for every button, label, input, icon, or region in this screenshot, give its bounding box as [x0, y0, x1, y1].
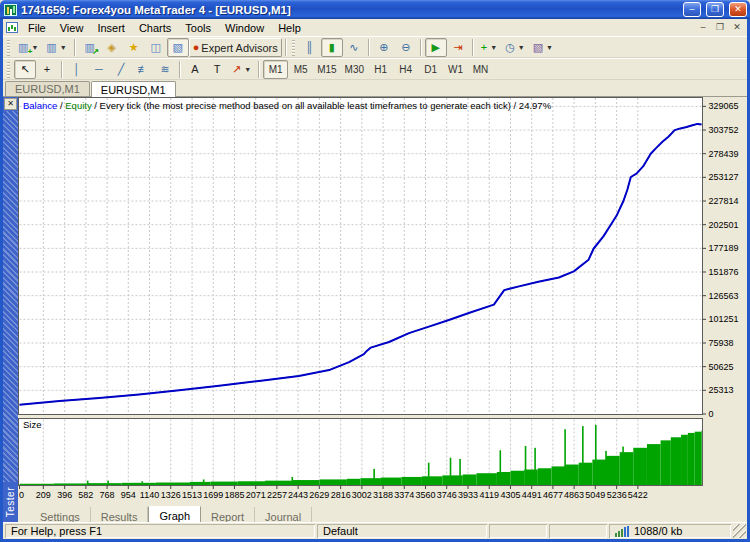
- size-bars: [681, 435, 688, 485]
- navigator-icon: ◈: [107, 42, 115, 53]
- minimize-button[interactable]: –: [683, 2, 701, 17]
- trendline-button[interactable]: ╱: [110, 60, 132, 79]
- crosshair-button[interactable]: +: [36, 60, 58, 79]
- strategy-tester-button[interactable]: ▧: [167, 38, 189, 57]
- new-chart-dropdown-icon[interactable]: ▼: [31, 44, 38, 51]
- new-order-button[interactable]: ★: [123, 38, 145, 57]
- timeframe-W1[interactable]: W1: [443, 60, 468, 79]
- timeframe-H1[interactable]: H1: [368, 60, 393, 79]
- indicators-button[interactable]: +▼: [477, 38, 501, 57]
- auto-scroll-button[interactable]: ▶: [425, 38, 447, 57]
- menu-view[interactable]: View: [53, 21, 91, 35]
- menu-help[interactable]: Help: [271, 21, 308, 35]
- y-tick-label: 0: [709, 409, 714, 419]
- new-order-icon: ★: [129, 42, 139, 53]
- size-spike-bar: [564, 429, 566, 485]
- x-tick-label: 3933: [458, 490, 478, 500]
- legend-quality: 24.97%: [519, 100, 551, 111]
- new-chart-button[interactable]: ▥+▼: [14, 38, 42, 57]
- chart-shift-button[interactable]: ⇥: [447, 38, 469, 57]
- mdi-restore-button[interactable]: ❐: [712, 21, 728, 34]
- close-button[interactable]: ✕: [729, 2, 747, 17]
- y-tick-label: 101251: [709, 314, 739, 324]
- terminal-button[interactable]: ◫: [145, 38, 167, 57]
- zoom-in-button[interactable]: ⊕: [373, 38, 395, 57]
- templates-icon: ▧: [533, 42, 543, 53]
- x-tick-label: 4305: [500, 490, 520, 500]
- timeframe-D1[interactable]: D1: [418, 60, 443, 79]
- cursor-icon: ↖: [20, 64, 29, 75]
- vertical-line-button[interactable]: │: [66, 60, 88, 79]
- resize-grip[interactable]: [733, 524, 746, 538]
- templates-dropdown-icon[interactable]: ▼: [546, 44, 553, 51]
- crosshair-icon: +: [44, 64, 50, 75]
- size-bars: [190, 482, 210, 485]
- text-button[interactable]: A: [184, 60, 206, 79]
- line-chart-button[interactable]: ∿: [343, 38, 365, 57]
- toolbar-grip[interactable]: [7, 62, 11, 78]
- new-chart-badge-icon: +: [28, 48, 33, 56]
- y-tick-label: 75938: [709, 338, 734, 348]
- timeframe-M5[interactable]: M5: [288, 60, 313, 79]
- menu-file[interactable]: File: [21, 21, 53, 35]
- x-tick-label: 3188: [373, 490, 393, 500]
- fibonacci-button[interactable]: ≢: [132, 60, 154, 79]
- timeframe-M15[interactable]: M15: [313, 60, 340, 79]
- arrows-icon: ↗: [232, 64, 241, 75]
- x-tick-label: 209: [36, 490, 51, 500]
- expert-advisors-button[interactable]: ●Expert Advisors: [189, 38, 282, 57]
- chart-tab-0[interactable]: EURUSD,M1: [5, 81, 90, 96]
- text-label-icon: T: [214, 64, 221, 75]
- size-spike-bar: [500, 450, 502, 485]
- periods-dropdown-icon[interactable]: ▼: [518, 44, 525, 51]
- y-tick-label: 303752: [709, 125, 739, 135]
- mdi-close-button[interactable]: ✕: [729, 21, 745, 34]
- profiles-dropdown-icon[interactable]: ▼: [60, 44, 67, 51]
- chart-system-menu-icon[interactable]: [6, 22, 18, 33]
- templates-button[interactable]: ▧▼: [529, 38, 557, 57]
- mdi-window-controls: – ❐ ✕: [695, 21, 745, 34]
- menu-insert[interactable]: Insert: [90, 21, 132, 35]
- horizontal-line-button[interactable]: ─: [88, 60, 110, 79]
- timeframe-H4[interactable]: H4: [393, 60, 418, 79]
- tester-close-icon[interactable]: ✕: [4, 98, 17, 110]
- timeframe-M1[interactable]: M1: [263, 60, 288, 79]
- x-tick-label: 396: [57, 490, 72, 500]
- market-watch-button[interactable]: ▥↗: [79, 38, 101, 57]
- size-bars: [210, 482, 237, 485]
- periods-button[interactable]: ◷▼: [501, 38, 529, 57]
- indicators-dropdown-icon[interactable]: ▼: [490, 44, 497, 51]
- graph-holder: Balance / Equity / Every tick (the most …: [18, 97, 747, 507]
- tester-graph-svg: 0253135062575938101251126563151876177189…: [18, 97, 747, 503]
- navigator-button[interactable]: ◈: [101, 38, 123, 57]
- profiles-button[interactable]: ▥▼: [42, 38, 70, 57]
- app-icon: [4, 4, 17, 16]
- menu-window[interactable]: Window: [218, 21, 271, 35]
- timeframe-MN[interactable]: MN: [468, 60, 493, 79]
- timeframe-M30[interactable]: M30: [341, 60, 368, 79]
- text-label-button[interactable]: T: [206, 60, 228, 79]
- bar-chart-button[interactable]: ║: [299, 38, 321, 57]
- tester-strip-grip[interactable]: [3, 111, 18, 482]
- size-bars: [511, 471, 525, 485]
- candlesticks-button[interactable]: ▮: [321, 38, 343, 57]
- y-tick-label: 278439: [709, 149, 739, 159]
- maximize-button[interactable]: ❐: [706, 2, 724, 17]
- channels-button[interactable]: ≋: [154, 60, 176, 79]
- chart-tab-1[interactable]: EURUSD,M1: [91, 81, 176, 97]
- x-tick-label: 4863: [564, 490, 584, 500]
- cursor-button[interactable]: ↖: [14, 60, 36, 79]
- window-frame: FileViewInsertChartsToolsWindowHelp – ❐ …: [0, 19, 750, 542]
- zoom-out-button[interactable]: ⊖: [395, 38, 417, 57]
- x-tick-label: 3746: [437, 490, 457, 500]
- connection-bars-icon: [615, 526, 629, 537]
- arrows-dropdown-icon[interactable]: ▼: [244, 66, 251, 73]
- menu-charts[interactable]: Charts: [132, 21, 178, 35]
- size-bars: [671, 437, 681, 485]
- arrows-button[interactable]: ↗▼: [228, 60, 255, 79]
- legend-balance: Balance: [23, 100, 57, 111]
- mdi-minimize-button[interactable]: –: [695, 21, 711, 34]
- toolbar-grip[interactable]: [7, 40, 11, 56]
- toolbar-grip[interactable]: [292, 40, 296, 56]
- menu-tools[interactable]: Tools: [178, 21, 218, 35]
